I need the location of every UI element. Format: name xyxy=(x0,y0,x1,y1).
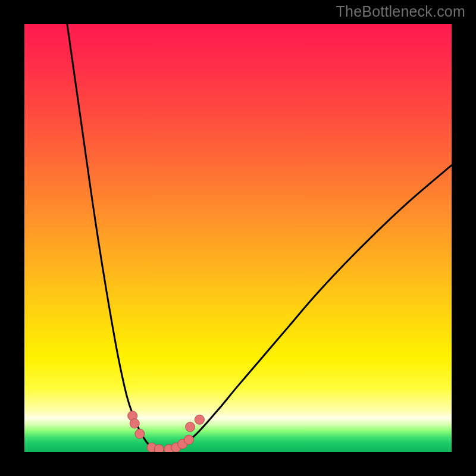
chart-plot-area xyxy=(24,24,452,452)
chart-svg xyxy=(24,24,452,452)
watermark-text: TheBottleneck.com xyxy=(336,3,465,20)
data-marker xyxy=(130,419,139,428)
data-marker xyxy=(186,422,195,432)
data-marker xyxy=(154,444,164,452)
chart-frame: TheBottleneck.com xyxy=(0,0,476,476)
data-marker xyxy=(135,429,145,439)
data-marker xyxy=(195,415,204,424)
data-marker xyxy=(184,435,193,444)
bottleneck-curve xyxy=(67,24,452,450)
